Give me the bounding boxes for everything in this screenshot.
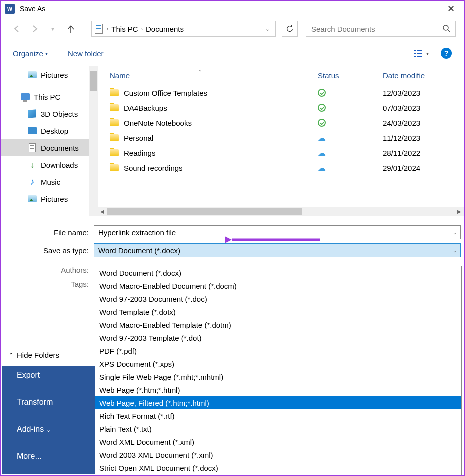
backstage-more[interactable]: More... xyxy=(2,443,95,470)
savetype-option[interactable]: Rich Text Format (*.rtf) xyxy=(96,410,462,422)
window-title: Save As xyxy=(20,5,442,13)
sidebar-item-downloads[interactable]: ↓Downloads xyxy=(1,156,98,174)
address-bar[interactable]: › This PC › Documents ⌵ xyxy=(92,21,276,37)
authors-label: Authors: xyxy=(1,264,89,278)
savetype-dropdown-list[interactable]: Word Document (*.docx)Word Macro-Enabled… xyxy=(95,266,462,476)
recent-dropdown[interactable]: ▼ xyxy=(45,21,61,37)
folder-icon xyxy=(110,90,119,96)
up-button[interactable] xyxy=(63,21,79,37)
filename-value: Hyperlink extraction file xyxy=(98,228,176,237)
savetype-option[interactable]: Word Macro-Enabled Document (*.docm) xyxy=(96,280,462,292)
file-list-area: Name⌃ Status Date modifie Custom Office … xyxy=(98,66,464,216)
3d-objects-icon xyxy=(28,110,36,118)
savetype-option[interactable]: Word 2003 XML Document (*.xml) xyxy=(96,448,462,462)
savetype-option[interactable]: Single File Web Page (*.mht;*.mhtml) xyxy=(96,370,462,384)
svg-rect-1 xyxy=(414,50,416,52)
chevron-right-icon[interactable]: › xyxy=(138,26,146,32)
sidebar-item-music[interactable]: ♪Music xyxy=(1,174,98,190)
horizontal-scrollbar[interactable]: ◀ ▶ xyxy=(98,207,464,216)
svg-rect-3 xyxy=(414,53,416,54)
savetype-option[interactable]: PDF (*.pdf) xyxy=(96,344,462,358)
navigation-bar: ▼ › This PC › Documents ⌵ xyxy=(1,17,464,41)
organize-button[interactable]: Organize ▾ xyxy=(13,50,48,58)
savetype-option[interactable]: Word Document (*.docx) xyxy=(96,266,462,280)
sidebar-item-documents[interactable]: Documents xyxy=(1,140,98,156)
file-name: Custom Office Templates xyxy=(124,89,208,98)
refresh-button[interactable] xyxy=(282,21,298,37)
file-row[interactable]: Custom Office Templates12/03/2023 xyxy=(98,86,464,100)
desktop-icon xyxy=(28,128,37,134)
close-button[interactable]: ✕ xyxy=(442,4,460,14)
chevron-right-icon[interactable]: › xyxy=(104,26,112,32)
tags-label: Tags: xyxy=(1,278,89,292)
column-date-header[interactable]: Date modifie xyxy=(383,72,464,80)
savetype-option[interactable]: Strict Open XML Document (*.docx) xyxy=(96,462,462,474)
savetype-dropdown-icon[interactable]: ⌵ xyxy=(454,248,456,254)
file-date: 29/01/2024 xyxy=(383,164,464,172)
savetype-option[interactable]: XPS Document (*.xps) xyxy=(96,358,462,370)
savetype-option[interactable]: Plain Text (*.txt) xyxy=(96,422,462,436)
svg-rect-5 xyxy=(414,56,416,58)
help-button[interactable]: ? xyxy=(441,48,452,59)
documents-icon xyxy=(29,144,36,152)
pictures-icon xyxy=(28,72,37,78)
savetype-option[interactable]: Word 97-2003 Document (*.doc) xyxy=(96,292,462,306)
new-folder-button[interactable]: New folder xyxy=(68,50,104,58)
savetype-option[interactable]: Word XML Document (*.xml) xyxy=(96,436,462,448)
search-box[interactable] xyxy=(306,21,456,37)
back-button[interactable] xyxy=(9,21,25,37)
file-row[interactable]: Personal☁11/12/2023 xyxy=(98,130,464,146)
hide-folders-button[interactable]: ⌃ Hide Folders xyxy=(9,351,60,360)
main-area: Pictures This PC 3D Objects Desktop Docu… xyxy=(1,66,464,216)
file-date: 24/03/2023 xyxy=(383,119,464,128)
status-synced-icon xyxy=(318,119,326,127)
backstage-transform[interactable]: Transform xyxy=(2,389,95,416)
forward-button[interactable] xyxy=(27,21,43,37)
savetype-select[interactable]: Word Document (*.docx) ⌵ xyxy=(94,244,461,258)
savetype-option[interactable]: Word Template (*.dotx) xyxy=(96,306,462,318)
sort-asc-icon: ⌃ xyxy=(198,70,202,75)
music-icon: ♪ xyxy=(28,178,37,186)
backstage-export[interactable]: Export xyxy=(2,366,95,389)
scroll-left-icon[interactable]: ◀ xyxy=(98,209,107,214)
view-options-button[interactable]: ▾ xyxy=(414,49,429,58)
savetype-option[interactable]: Web Page (*.htm;*.html) xyxy=(96,384,462,396)
backstage-addins[interactable]: Add-ins ⌄ xyxy=(2,416,95,443)
chevron-down-icon: ⌄ xyxy=(46,427,51,433)
sidebar-item-pictures[interactable]: Pictures xyxy=(1,66,98,84)
svg-point-0 xyxy=(444,26,448,30)
breadcrumb-root[interactable]: This PC xyxy=(112,25,138,34)
scroll-right-icon[interactable]: ▶ xyxy=(455,209,464,214)
navigation-sidebar: Pictures This PC 3D Objects Desktop Docu… xyxy=(1,66,98,216)
folder-icon xyxy=(110,134,119,142)
sidebar-item-this-pc[interactable]: This PC xyxy=(1,88,98,106)
filename-input[interactable]: Hyperlink extraction file ⌵ xyxy=(94,226,461,240)
column-name-header[interactable]: Name⌃ xyxy=(98,72,318,80)
file-row[interactable]: Sound recordings☁29/01/2024 xyxy=(98,160,464,176)
sidebar-item-desktop[interactable]: Desktop xyxy=(1,122,98,140)
sidebar-item-3d-objects[interactable]: 3D Objects xyxy=(1,106,98,122)
filename-label: File name: xyxy=(1,228,94,237)
file-name: Readings xyxy=(124,149,156,158)
sidebar-scrollbar[interactable] xyxy=(89,66,98,216)
file-row[interactable]: DA4Backups07/03/2023 xyxy=(98,100,464,116)
sidebar-item-pictures-2[interactable]: Pictures xyxy=(1,190,98,208)
address-dropdown-icon[interactable]: ⌵ xyxy=(262,26,274,32)
filename-history-dropdown-icon[interactable]: ⌵ xyxy=(454,230,456,236)
status-synced-icon xyxy=(318,89,326,97)
status-cloud-icon: ☁ xyxy=(318,164,326,173)
folder-icon xyxy=(110,164,119,172)
folder-icon xyxy=(110,104,119,112)
search-icon[interactable] xyxy=(442,24,450,34)
file-row[interactable]: Readings☁28/11/2022 xyxy=(98,146,464,160)
columns-header: Name⌃ Status Date modifie xyxy=(98,66,464,86)
file-row[interactable]: OneNote Notebooks24/03/2023 xyxy=(98,116,464,130)
savetype-option[interactable]: Web Page, Filtered (*.htm;*.html) xyxy=(96,396,462,410)
column-status-header[interactable]: Status xyxy=(318,72,383,80)
file-name: DA4Backups xyxy=(124,104,168,112)
search-input[interactable] xyxy=(312,25,442,34)
pc-icon xyxy=(21,94,30,100)
savetype-option[interactable]: Word Macro-Enabled Template (*.dotm) xyxy=(96,318,462,332)
breadcrumb-folder[interactable]: Documents xyxy=(146,25,184,34)
savetype-option[interactable]: Word 97-2003 Template (*.dot) xyxy=(96,332,462,344)
